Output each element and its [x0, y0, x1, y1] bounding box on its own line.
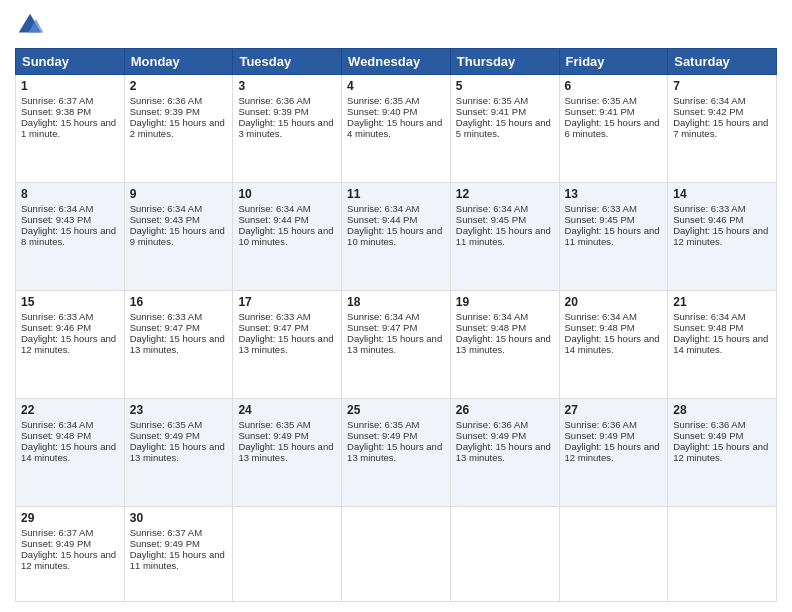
- day-number: 15: [21, 295, 119, 309]
- daylight-text: Daylight: 15 hours and 12 minutes.: [673, 441, 768, 463]
- daylight-text: Daylight: 15 hours and 13 minutes.: [347, 333, 442, 355]
- day-number: 16: [130, 295, 228, 309]
- sunrise-text: Sunrise: 6:33 AM: [565, 203, 637, 214]
- calendar-cell: [342, 507, 451, 602]
- calendar-cell: 1Sunrise: 6:37 AMSunset: 9:38 PMDaylight…: [16, 75, 125, 183]
- header: [15, 10, 777, 40]
- day-number: 5: [456, 79, 554, 93]
- day-number: 2: [130, 79, 228, 93]
- calendar-cell: [450, 507, 559, 602]
- calendar-cell: 24Sunrise: 6:35 AMSunset: 9:49 PMDayligh…: [233, 399, 342, 507]
- sunrise-text: Sunrise: 6:36 AM: [673, 419, 745, 430]
- sunrise-text: Sunrise: 6:34 AM: [456, 311, 528, 322]
- calendar-cell: 15Sunrise: 6:33 AMSunset: 9:46 PMDayligh…: [16, 291, 125, 399]
- sunset-text: Sunset: 9:49 PM: [673, 430, 743, 441]
- sunset-text: Sunset: 9:39 PM: [130, 106, 200, 117]
- daylight-text: Daylight: 15 hours and 5 minutes.: [456, 117, 551, 139]
- sunrise-text: Sunrise: 6:37 AM: [21, 95, 93, 106]
- sunset-text: Sunset: 9:48 PM: [456, 322, 526, 333]
- sunrise-text: Sunrise: 6:34 AM: [347, 311, 419, 322]
- sunset-text: Sunset: 9:48 PM: [565, 322, 635, 333]
- daylight-text: Daylight: 15 hours and 10 minutes.: [238, 225, 333, 247]
- calendar-cell: 11Sunrise: 6:34 AMSunset: 9:44 PMDayligh…: [342, 183, 451, 291]
- sunrise-text: Sunrise: 6:34 AM: [565, 311, 637, 322]
- sunrise-text: Sunrise: 6:34 AM: [130, 203, 202, 214]
- calendar-cell: [559, 507, 668, 602]
- sunset-text: Sunset: 9:49 PM: [347, 430, 417, 441]
- sunrise-text: Sunrise: 6:33 AM: [238, 311, 310, 322]
- calendar-cell: 16Sunrise: 6:33 AMSunset: 9:47 PMDayligh…: [124, 291, 233, 399]
- col-header-thursday: Thursday: [450, 49, 559, 75]
- calendar-cell: 25Sunrise: 6:35 AMSunset: 9:49 PMDayligh…: [342, 399, 451, 507]
- sunset-text: Sunset: 9:43 PM: [130, 214, 200, 225]
- calendar-cell: 22Sunrise: 6:34 AMSunset: 9:48 PMDayligh…: [16, 399, 125, 507]
- day-number: 17: [238, 295, 336, 309]
- calendar-week-row: 22Sunrise: 6:34 AMSunset: 9:48 PMDayligh…: [16, 399, 777, 507]
- day-number: 12: [456, 187, 554, 201]
- calendar-cell: 30Sunrise: 6:37 AMSunset: 9:49 PMDayligh…: [124, 507, 233, 602]
- sunset-text: Sunset: 9:47 PM: [238, 322, 308, 333]
- daylight-text: Daylight: 15 hours and 13 minutes.: [238, 441, 333, 463]
- sunset-text: Sunset: 9:48 PM: [673, 322, 743, 333]
- day-number: 3: [238, 79, 336, 93]
- sunrise-text: Sunrise: 6:34 AM: [238, 203, 310, 214]
- calendar-week-row: 15Sunrise: 6:33 AMSunset: 9:46 PMDayligh…: [16, 291, 777, 399]
- sunset-text: Sunset: 9:47 PM: [130, 322, 200, 333]
- day-number: 11: [347, 187, 445, 201]
- calendar-week-row: 8Sunrise: 6:34 AMSunset: 9:43 PMDaylight…: [16, 183, 777, 291]
- calendar-table: SundayMondayTuesdayWednesdayThursdayFrid…: [15, 48, 777, 602]
- day-number: 24: [238, 403, 336, 417]
- day-number: 4: [347, 79, 445, 93]
- calendar-cell: 14Sunrise: 6:33 AMSunset: 9:46 PMDayligh…: [668, 183, 777, 291]
- col-header-friday: Friday: [559, 49, 668, 75]
- day-number: 30: [130, 511, 228, 525]
- daylight-text: Daylight: 15 hours and 14 minutes.: [21, 441, 116, 463]
- day-number: 8: [21, 187, 119, 201]
- daylight-text: Daylight: 15 hours and 13 minutes.: [238, 333, 333, 355]
- day-number: 26: [456, 403, 554, 417]
- sunrise-text: Sunrise: 6:36 AM: [130, 95, 202, 106]
- calendar-cell: 13Sunrise: 6:33 AMSunset: 9:45 PMDayligh…: [559, 183, 668, 291]
- calendar-cell: 21Sunrise: 6:34 AMSunset: 9:48 PMDayligh…: [668, 291, 777, 399]
- daylight-text: Daylight: 15 hours and 9 minutes.: [130, 225, 225, 247]
- sunset-text: Sunset: 9:47 PM: [347, 322, 417, 333]
- sunrise-text: Sunrise: 6:34 AM: [456, 203, 528, 214]
- sunset-text: Sunset: 9:42 PM: [673, 106, 743, 117]
- calendar-cell: 7Sunrise: 6:34 AMSunset: 9:42 PMDaylight…: [668, 75, 777, 183]
- sunrise-text: Sunrise: 6:37 AM: [130, 527, 202, 538]
- sunset-text: Sunset: 9:44 PM: [347, 214, 417, 225]
- calendar-cell: 20Sunrise: 6:34 AMSunset: 9:48 PMDayligh…: [559, 291, 668, 399]
- daylight-text: Daylight: 15 hours and 1 minute.: [21, 117, 116, 139]
- day-number: 1: [21, 79, 119, 93]
- daylight-text: Daylight: 15 hours and 12 minutes.: [673, 225, 768, 247]
- calendar-cell: 2Sunrise: 6:36 AMSunset: 9:39 PMDaylight…: [124, 75, 233, 183]
- calendar-cell: 28Sunrise: 6:36 AMSunset: 9:49 PMDayligh…: [668, 399, 777, 507]
- sunrise-text: Sunrise: 6:36 AM: [238, 95, 310, 106]
- sunset-text: Sunset: 9:41 PM: [456, 106, 526, 117]
- calendar-cell: 10Sunrise: 6:34 AMSunset: 9:44 PMDayligh…: [233, 183, 342, 291]
- day-number: 27: [565, 403, 663, 417]
- calendar-cell: 17Sunrise: 6:33 AMSunset: 9:47 PMDayligh…: [233, 291, 342, 399]
- sunset-text: Sunset: 9:49 PM: [130, 538, 200, 549]
- daylight-text: Daylight: 15 hours and 6 minutes.: [565, 117, 660, 139]
- daylight-text: Daylight: 15 hours and 14 minutes.: [565, 333, 660, 355]
- sunset-text: Sunset: 9:46 PM: [673, 214, 743, 225]
- sunrise-text: Sunrise: 6:33 AM: [673, 203, 745, 214]
- daylight-text: Daylight: 15 hours and 13 minutes.: [347, 441, 442, 463]
- page: SundayMondayTuesdayWednesdayThursdayFrid…: [0, 0, 792, 612]
- sunrise-text: Sunrise: 6:35 AM: [347, 95, 419, 106]
- calendar-cell: [233, 507, 342, 602]
- daylight-text: Daylight: 15 hours and 12 minutes.: [21, 549, 116, 571]
- calendar-cell: 26Sunrise: 6:36 AMSunset: 9:49 PMDayligh…: [450, 399, 559, 507]
- col-header-wednesday: Wednesday: [342, 49, 451, 75]
- col-header-saturday: Saturday: [668, 49, 777, 75]
- calendar-cell: 8Sunrise: 6:34 AMSunset: 9:43 PMDaylight…: [16, 183, 125, 291]
- sunrise-text: Sunrise: 6:34 AM: [21, 419, 93, 430]
- calendar-cell: 9Sunrise: 6:34 AMSunset: 9:43 PMDaylight…: [124, 183, 233, 291]
- day-number: 7: [673, 79, 771, 93]
- day-number: 10: [238, 187, 336, 201]
- daylight-text: Daylight: 15 hours and 13 minutes.: [456, 441, 551, 463]
- daylight-text: Daylight: 15 hours and 13 minutes.: [130, 441, 225, 463]
- calendar-cell: 29Sunrise: 6:37 AMSunset: 9:49 PMDayligh…: [16, 507, 125, 602]
- sunset-text: Sunset: 9:39 PM: [238, 106, 308, 117]
